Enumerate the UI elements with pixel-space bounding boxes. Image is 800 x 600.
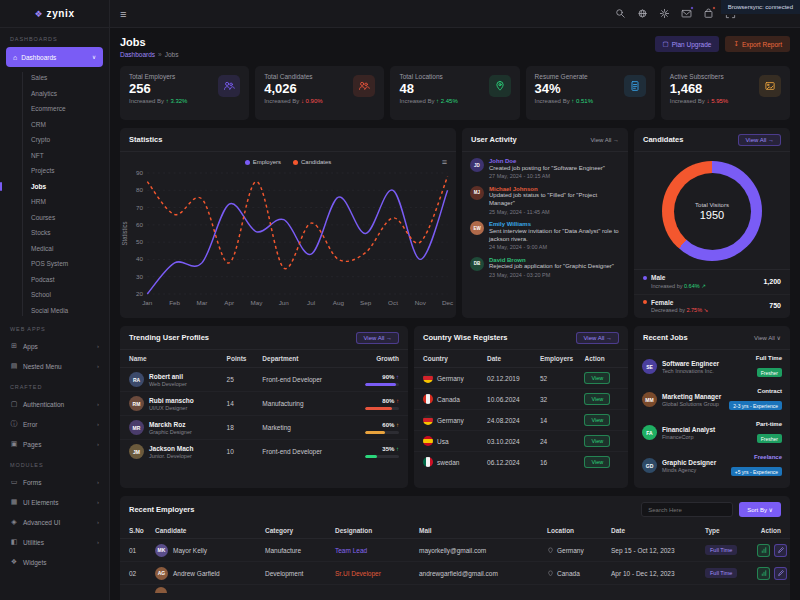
active-indicator [0,135,2,145]
experience-badge: Fresher [757,434,782,443]
list-item[interactable]: GD Graphic Designer Minds Agency Freelan… [634,449,790,482]
sidebar-subitem[interactable]: Sales [0,70,109,86]
profile-name: Robert anil [149,373,187,380]
avatar: JD [470,158,484,172]
svg-text:80: 80 [136,186,144,193]
progress-fill [365,431,385,434]
sidebar-subitem[interactable]: Analytics [0,86,109,102]
sidebar-subitem[interactable]: School [0,287,109,303]
sidebar-item[interactable]: ▦ UI Elements › [0,492,109,512]
logo[interactable]: ❖ zynix [0,0,109,28]
export-report-button[interactable]: ↧Export Report [725,36,790,52]
cart-icon[interactable] [702,8,714,20]
menu-toggle-icon[interactable]: ≡ [120,8,126,20]
legend-item: Candidates [293,159,331,165]
sidebar-subitem[interactable]: NFT [0,148,109,164]
chevron-right-icon: › [97,363,99,369]
edit-action-button[interactable] [774,544,787,557]
sidebar-subitem[interactable]: Medical [0,241,109,257]
list-item[interactable]: HM HR Manager Pinoy Tech Full Time 4-5 y… [634,482,790,488]
sort-by-button[interactable]: Sort By ∨ [739,502,781,517]
sidebar-subitem-label: POS System [31,260,68,267]
sidebar-item-icon: ▦ [10,498,18,506]
table-row: Germany 24.08.2024 14 View [414,410,628,431]
sidebar-item[interactable]: ❖ Widgets [0,552,109,572]
chevron-right-icon: › [97,401,99,407]
sidebar-subitem[interactable]: POS System [0,256,109,272]
job-type: Contract [729,388,782,394]
search-input[interactable] [641,502,733,517]
sidebar-item[interactable]: ▤ Nested Menu › [0,356,109,376]
sidebar-subitem[interactable]: CRM [0,117,109,133]
list-item[interactable]: SE Software Engineer Tech Innovations In… [634,350,790,383]
sidebar-item[interactable]: ▣ Pages › [0,434,109,454]
legend-item: Employers [245,159,281,165]
sidebar-item[interactable]: ◈ Advanced UI › [0,512,109,532]
profile-name: Jackson Mach [149,445,193,452]
activity-item: JD John Doe Created job posting for "Sof… [470,158,620,179]
sidebar-subitem[interactable]: Courses [0,210,109,226]
chevron-down-icon: ∨ [92,54,96,60]
svg-text:Statistics: Statistics [121,222,128,246]
settings-gear-icon[interactable] [658,8,670,20]
sidebar-item[interactable]: ▢ Authentication › [0,394,109,414]
sidebar-item[interactable]: ⓘ Error › [0,414,109,434]
view-button[interactable]: View [584,372,610,384]
view-button[interactable]: View [584,435,610,447]
sidebar-item-icon: ▭ [10,478,18,486]
view-button[interactable]: View [584,414,610,426]
activity-user-name[interactable]: Michael Johnson [489,186,620,192]
table-row[interactable]: JM Jackson Mach Junior. Developer 10 Fro… [120,440,408,463]
activity-user-name[interactable]: David Brown [489,257,614,263]
sidebar-item[interactable]: ⊞ Apps › [0,336,109,356]
sidebar-subitem[interactable]: Jobs [0,179,109,195]
chart-action-button[interactable] [757,544,770,557]
chart-menu-icon[interactable]: ≡ [442,158,447,167]
experience-badge: 2-3 yrs - Experience [729,401,782,410]
sidebar-subitem[interactable]: HRM [0,194,109,210]
table-row[interactable]: RM Rubi manscho UI/UX Designer 14 Manufa… [120,392,408,416]
table-row[interactable]: RA Robert anil Web Developer 25 Front-en… [120,368,408,392]
points-cell: 14 [227,400,263,407]
list-item[interactable]: MM Marketing Manager Global Solutions Gr… [634,383,790,416]
table-row: Germany 02.12.2019 52 View [414,368,628,389]
type-badge: Full Time [705,545,737,555]
view-all-button[interactable]: View All → [738,134,781,146]
view-all-link[interactable]: View All → [590,137,619,143]
activity-text: Sent interview invitation for "Data Anal… [489,228,620,244]
list-item[interactable]: FA Financial Analyst FinanceCorp Part-ti… [634,416,790,449]
sidebar-subitem[interactable]: Ecommerce [0,101,109,117]
messages-icon[interactable] [680,8,692,20]
sidebar-subitem[interactable]: Projects [0,163,109,179]
view-all-dropdown[interactable]: View All ∨ [754,334,781,341]
view-all-button[interactable]: View All → [356,332,399,344]
sidebar-subitem[interactable]: Crypto [0,132,109,148]
search-icon[interactable] [614,8,626,20]
activity-item: MJ Michael Johnson Updated job status to… [470,186,620,215]
view-button[interactable]: View [584,393,610,405]
sidebar-item-icon: ⓘ [10,419,18,429]
svg-text:Aug: Aug [333,299,345,306]
sidebar-item[interactable]: ◧ Utilities › [0,532,109,552]
sidebar-subitem[interactable]: Social Media [0,303,109,319]
edit-action-button[interactable] [774,567,787,580]
table-row[interactable]: MR Marckh Roz Graphic Designer 18 Market… [120,416,408,440]
donut-center: Total Visitors 1950 [674,173,751,250]
sidebar-subitem[interactable]: Podcast [0,272,109,288]
chart-action-button[interactable] [757,567,770,580]
activity-user-name[interactable]: John Doe [489,158,605,164]
sidebar-subitem-label: Sales [31,74,47,81]
activity-user-name[interactable]: Emily Williams [489,221,620,227]
translate-icon[interactable] [636,8,648,20]
panel-title: Recent Jobs [643,333,688,342]
breadcrumb-root[interactable]: Dashboards [120,51,155,58]
plan-upgrade-button[interactable]: ▢Plan Upgrade [655,36,720,52]
view-button[interactable]: View [584,456,610,468]
profile-role: Graphic Designer [149,429,192,435]
sidebar-subitem[interactable]: Stocks [0,225,109,241]
sidebar-item-dashboards[interactable]: ⌂ Dashboards ∨ [6,47,103,67]
points-cell: 10 [227,448,263,455]
profile-role: UI/UX Designer [149,405,194,411]
view-all-button[interactable]: View All → [576,332,619,344]
sidebar-item[interactable]: ▭ Forms › [0,472,109,492]
